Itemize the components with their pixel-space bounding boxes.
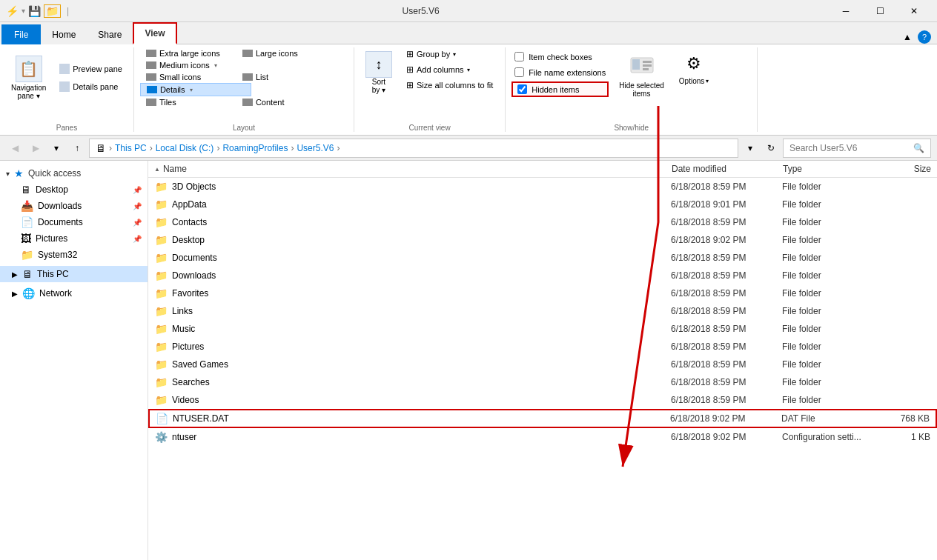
layout-details[interactable]: Details ▾ xyxy=(140,83,251,96)
preview-pane-button[interactable]: Preview pane xyxy=(54,61,128,76)
svg-rect-3 xyxy=(643,64,652,67)
sidebar-item-downloads[interactable]: 📥 Downloads 📌 xyxy=(0,198,148,214)
sidebar-item-desktop[interactable]: 🖥 Desktop 📌 xyxy=(0,181,148,198)
layout-content[interactable]: Content xyxy=(236,96,333,108)
path-this-pc[interactable]: This PC xyxy=(115,143,147,153)
documents-pin: 📌 xyxy=(133,219,142,227)
file-row-10[interactable]: 📁 Saved Games 6/18/2018 8:59 PM File fol… xyxy=(148,356,937,373)
file-icon-11: 📁 xyxy=(155,376,168,388)
size-all-button[interactable]: ⊞ Size all columns to fit xyxy=(400,79,499,92)
tab-share[interactable]: Share xyxy=(87,24,133,44)
layout-small[interactable]: Small icons xyxy=(140,71,236,83)
file-row-4[interactable]: 📁 Documents 6/18/2018 8:59 PM File folde… xyxy=(148,249,937,267)
path-local-disk[interactable]: Local Disk (C:) xyxy=(156,143,214,153)
file-row-7[interactable]: 📁 Links 6/18/2018 8:59 PM File folder xyxy=(148,302,937,320)
file-row-11[interactable]: 📁 Searches 6/18/2018 8:59 PM File folder xyxy=(148,373,937,391)
hide-selected-label: Hide selecteditems xyxy=(619,81,664,98)
file-type-12: File folder xyxy=(782,395,871,405)
quick-access-header[interactable]: ▾ ★ Quick access xyxy=(0,165,148,181)
col-size[interactable]: Size xyxy=(872,164,931,174)
path-home-icon: 🖥 xyxy=(96,142,106,154)
up-button[interactable]: ↑ xyxy=(68,139,86,157)
layout-extra-large[interactable]: Extra large icons xyxy=(140,47,236,59)
sidebar-item-system32[interactable]: 📁 System32 xyxy=(0,247,148,263)
options-button[interactable]: ⚙ Options ▾ xyxy=(675,47,713,88)
file-rows: 📁 3D Objects 6/18/2018 8:59 PM File fold… xyxy=(148,178,937,446)
file-row-0[interactable]: 📁 3D Objects 6/18/2018 8:59 PM File fold… xyxy=(148,178,937,196)
forward-button[interactable]: ▶ xyxy=(27,139,44,157)
navigation-pane-button[interactable]: 📋 Navigationpane ▾ xyxy=(6,52,51,104)
recent-locations-button[interactable]: ▾ xyxy=(47,139,65,157)
hidden-items-toggle[interactable]: Hidden items xyxy=(511,81,609,97)
item-check-boxes-checkbox[interactable] xyxy=(514,52,524,61)
layout-large[interactable]: Large icons xyxy=(236,47,333,59)
col-date[interactable]: Date modified xyxy=(672,164,783,174)
layout-list[interactable]: List xyxy=(236,71,333,83)
sidebar-item-documents[interactable]: 📄 Documents 📌 xyxy=(0,214,148,230)
add-columns-button[interactable]: ⊞ Add columns ▾ xyxy=(400,63,499,76)
path-user5v6[interactable]: User5.V6 xyxy=(297,143,334,153)
tab-file[interactable]: File xyxy=(1,24,41,44)
tab-view[interactable]: View xyxy=(133,22,176,44)
add-columns-label: Add columns xyxy=(417,65,464,74)
file-icon-2: 📁 xyxy=(155,216,168,228)
layout-medium[interactable]: Medium icons ▾ xyxy=(140,59,251,71)
close-button[interactable]: ✕ xyxy=(897,0,931,22)
path-roaming-profiles[interactable]: RoamingProfiles xyxy=(222,143,288,153)
file-name-8: Music xyxy=(172,324,671,334)
item-check-boxes-toggle[interactable]: Item check boxes xyxy=(511,50,609,63)
hide-selected-button[interactable]: Hide selecteditems xyxy=(615,47,669,101)
file-name-extensions-checkbox[interactable] xyxy=(514,67,524,77)
file-row-13[interactable]: 📄 NTUSER.DAT 6/18/2018 9:02 PM DAT File … xyxy=(148,409,937,428)
network-label: Network xyxy=(39,288,72,299)
file-row-6[interactable]: 📁 Favorites 6/18/2018 8:59 PM File folde… xyxy=(148,284,937,302)
file-row-8[interactable]: 📁 Music 6/18/2018 8:59 PM File folder xyxy=(148,320,937,338)
tab-home[interactable]: Home xyxy=(41,24,87,44)
file-row-9[interactable]: 📁 Pictures 6/18/2018 8:59 PM File folder xyxy=(148,338,937,356)
layout-list-icon xyxy=(242,73,253,81)
file-type-10: File folder xyxy=(782,359,871,370)
refresh-button[interactable]: ↻ xyxy=(762,139,780,157)
add-columns-arrow: ▾ xyxy=(467,67,470,73)
file-type-4: File folder xyxy=(782,253,871,263)
file-date-3: 6/18/2018 9:02 PM xyxy=(671,235,782,245)
sidebar-this-pc-item[interactable]: ▶ 🖥 This PC xyxy=(0,266,148,282)
layout-tiles-icon xyxy=(146,99,156,106)
sidebar-network-item[interactable]: ▶ 🌐 Network xyxy=(0,285,148,301)
file-type-7: File folder xyxy=(782,306,871,316)
pictures-label: Pictures xyxy=(36,233,67,244)
details-pane-button[interactable]: Details pane xyxy=(54,79,128,94)
dropdown-locations-button[interactable]: ▾ xyxy=(741,139,759,157)
hidden-items-checkbox[interactable] xyxy=(517,84,527,94)
layout-tiles[interactable]: Tiles xyxy=(140,96,236,108)
file-icon-13: 📄 xyxy=(156,413,168,424)
file-row-3[interactable]: 📁 Desktop 6/18/2018 9:02 PM File folder xyxy=(148,231,937,249)
address-path[interactable]: 🖥 › This PC › Local Disk (C:) › RoamingP… xyxy=(89,139,738,158)
file-name-0: 3D Objects xyxy=(172,181,671,192)
details-pane-label: Details pane xyxy=(73,82,118,91)
svg-rect-4 xyxy=(643,68,649,70)
col-type[interactable]: Type xyxy=(783,164,872,174)
file-row-2[interactable]: 📁 Contacts 6/18/2018 8:59 PM File folder xyxy=(148,213,937,231)
search-input[interactable] xyxy=(789,143,913,153)
file-row-14[interactable]: ⚙️ ntuser 6/18/2018 9:02 PM Configuratio… xyxy=(148,428,937,446)
col-name[interactable]: ▲ Name xyxy=(154,164,672,174)
file-row-12[interactable]: 📁 Videos 6/18/2018 8:59 PM File folder xyxy=(148,391,937,409)
help-button[interactable]: ? xyxy=(918,30,931,44)
quick-access-label: Quick access xyxy=(28,168,81,179)
sidebar-item-pictures[interactable]: 🖼 Pictures 📌 xyxy=(0,230,148,247)
minimize-button[interactable]: ─ xyxy=(829,0,863,22)
search-icon: 🔍 xyxy=(913,143,924,153)
sort-by-button[interactable]: ↕ Sortby ▾ xyxy=(360,47,397,98)
file-type-9: File folder xyxy=(782,341,871,352)
file-row-5[interactable]: 📁 Downloads 6/18/2018 8:59 PM File folde… xyxy=(148,267,937,284)
file-row-1[interactable]: 📁 AppData 6/18/2018 9:01 PM File folder xyxy=(148,196,937,213)
file-type-2: File folder xyxy=(782,217,871,227)
file-name-extensions-toggle[interactable]: File name extensions xyxy=(511,66,609,79)
ribbon-collapse-btn[interactable]: ▲ xyxy=(903,32,912,42)
group-by-button[interactable]: ⊞ Group by ▾ xyxy=(400,47,499,61)
search-box[interactable]: 🔍 xyxy=(783,139,931,158)
back-button[interactable]: ◀ xyxy=(6,139,24,157)
maximize-button[interactable]: ☐ xyxy=(863,0,897,22)
downloads-icon: 📥 xyxy=(21,200,33,212)
